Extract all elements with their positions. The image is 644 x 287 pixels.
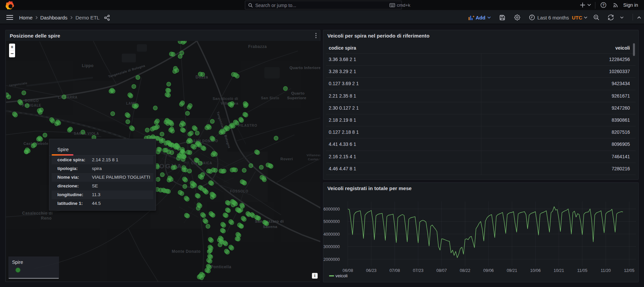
svg-text:Caster.: Caster. xyxy=(308,158,319,161)
svg-text:Villanova: Villanova xyxy=(307,154,320,157)
svg-text:SANTA VIOLA: SANTA VIOLA xyxy=(74,132,99,135)
svg-text:07/08: 07/08 xyxy=(389,268,400,273)
svg-text:6000000: 6000000 xyxy=(323,207,340,212)
svg-text:06/08: 06/08 xyxy=(342,268,353,273)
svg-text:10/21: 10/21 xyxy=(553,268,564,273)
svg-text:2000000: 2000000 xyxy=(323,257,340,262)
svg-text:12/05: 12/05 xyxy=(624,268,634,273)
svg-text:PILASTRO: PILASTRO xyxy=(238,124,257,127)
svg-text:Quarto Inferiore: Quarto Inferiore xyxy=(289,66,320,70)
svg-text:09/21: 09/21 xyxy=(507,268,517,273)
svg-text:Quarto: Quarto xyxy=(291,91,305,95)
svg-text:Casalecchio di: Casalecchio di xyxy=(22,211,53,216)
svg-text:11/05: 11/05 xyxy=(577,268,587,273)
svg-text:5000000: 5000000 xyxy=(323,219,340,224)
svg-text:10/06: 10/06 xyxy=(530,268,541,273)
svg-text:Ponticella: Ponticella xyxy=(211,265,231,269)
svg-text:09/06: 09/06 xyxy=(483,268,494,273)
svg-text:LA BARRA: LA BARRA xyxy=(58,96,77,99)
svg-text:veicoli: veicoli xyxy=(335,273,347,278)
svg-text:San Nicolò di: San Nicolò di xyxy=(213,97,238,101)
svg-text:FOSSOLO: FOSSOLO xyxy=(230,189,249,193)
svg-text:San Sisto: San Sisto xyxy=(261,96,279,100)
svg-text:06/23: 06/23 xyxy=(366,268,376,273)
svg-text:Roveri: Roveri xyxy=(280,157,293,161)
svg-text:Superiore: Superiore xyxy=(287,96,306,100)
svg-text:BORGO: BORGO xyxy=(25,99,39,103)
svg-text:Monte Donato: Monte Donato xyxy=(172,249,201,254)
svg-text:Lippo: Lippo xyxy=(82,63,94,68)
svg-text:4000000: 4000000 xyxy=(323,232,340,237)
svg-text:Frabazza: Frabazza xyxy=(248,44,267,49)
svg-text:08/07: 08/07 xyxy=(436,268,447,273)
svg-text:07/23: 07/23 xyxy=(413,268,423,273)
svg-text:?: ? xyxy=(602,3,604,7)
svg-text:08/22: 08/22 xyxy=(460,268,470,273)
svg-text:Reno: Reno xyxy=(41,216,52,221)
svg-text:11/20: 11/20 xyxy=(601,268,611,273)
svg-text:3000000: 3000000 xyxy=(323,244,340,249)
